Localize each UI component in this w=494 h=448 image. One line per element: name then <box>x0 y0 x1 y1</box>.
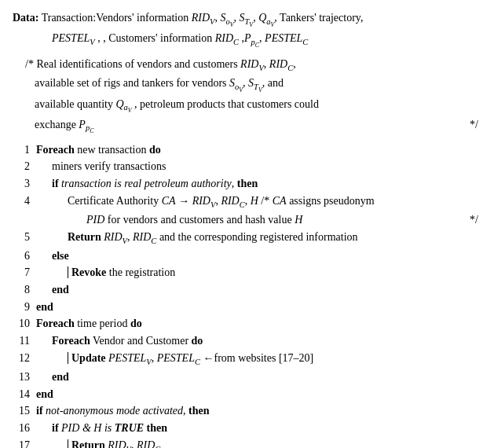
line-number: 17 <box>13 437 30 448</box>
line-number: 15 <box>13 402 30 420</box>
line-content: Foreach Vendor and Customer do <box>36 332 481 350</box>
line-content: end <box>36 369 481 386</box>
code-line-7: 7 Revoke the registration <box>13 264 481 281</box>
line-number: 2 <box>13 158 30 175</box>
comment-line2: available set of rigs and tankers for ve… <box>13 75 481 95</box>
code-line-5: 5 Return RIDV, RIDC and the correspondin… <box>13 229 481 248</box>
line-number: 13 <box>13 369 30 386</box>
line-content: Update PESTELV, PESTELC ←from websites [… <box>36 350 481 369</box>
line-number: 4 <box>13 193 30 210</box>
line-content: end <box>36 386 481 403</box>
line-content: Return RIDV, RIDC <box>36 437 481 448</box>
comment-line3: available quantity QaV , petroleum produ… <box>13 96 481 116</box>
line-content: Foreach new transaction do <box>36 141 481 159</box>
line-number: 16 <box>13 420 30 437</box>
line-number: 6 <box>13 248 30 265</box>
data-label: Data: <box>13 12 38 24</box>
code-line-14: 14 end <box>13 386 481 403</box>
code-line-15: 15 if not-anonymous mode activated, then <box>13 402 481 420</box>
line-content: else <box>36 248 481 265</box>
line-number: 8 <box>13 281 30 299</box>
line-content: if PID & H is TRUE then <box>36 420 481 437</box>
line-number: 12 <box>13 350 30 367</box>
line-number: 9 <box>13 299 30 316</box>
data-section: Data: Transaction:Vendors' information R… <box>13 9 481 50</box>
line-number: 11 <box>13 332 30 350</box>
line-content: if not-anonymous mode activated, then <box>36 402 481 420</box>
line-content: end <box>36 299 481 316</box>
code-line-11: 11 Foreach Vendor and Customer do <box>13 332 481 350</box>
line-content: Certificate Authority CA → RIDV, RIDC, H… <box>36 193 481 229</box>
code-line-9: 9 end <box>13 299 481 316</box>
line-number: 7 <box>13 264 30 281</box>
comment-block: /* Real identifications of vendors and c… <box>13 56 481 136</box>
code-line-4: 4 Certificate Authority CA → RIDV, RIDC,… <box>13 193 481 229</box>
line-number: 1 <box>13 141 30 159</box>
algorithm-container: Data: Transaction:Vendors' information R… <box>13 9 481 448</box>
code-line-2: 2 miners verify transactions <box>13 158 481 175</box>
code-line-6: 6 else <box>13 248 481 265</box>
code-body: 1 Foreach new transaction do 2 miners ve… <box>13 141 481 448</box>
line-content: if transaction is real petroleum authori… <box>36 175 481 193</box>
code-line-17: 17 Return RIDV, RIDC <box>13 437 481 448</box>
line-content: Return RIDV, RIDC and the corresponding … <box>36 229 481 248</box>
code-line-8: 8 end <box>13 281 481 299</box>
comment-line1: /* Real identifications of vendors and c… <box>13 56 481 75</box>
line-number: 3 <box>13 175 30 193</box>
line-content: end <box>36 281 481 299</box>
line-number: 14 <box>13 386 30 403</box>
line-number: 5 <box>13 229 30 246</box>
code-line-3: 3 if transaction is real petroleum autho… <box>13 175 481 193</box>
code-line-12: 12 Update PESTELV, PESTELC ←from website… <box>13 350 481 369</box>
data-content: Transaction:Vendors' information RIDV, S… <box>42 12 364 24</box>
line-content: Foreach time period do <box>36 315 481 332</box>
comment-line4: exchange PpC */ <box>13 116 481 137</box>
code-line-13: 13 end <box>13 369 481 386</box>
code-line-16: 16 if PID & H is TRUE then <box>13 420 481 437</box>
data-content2: PESTELV , , Customers' information RIDC … <box>13 32 308 44</box>
line-content: miners verify transactions <box>36 158 481 175</box>
line-number: 10 <box>13 315 30 332</box>
code-line-10: 10 Foreach time period do <box>13 315 481 332</box>
line-content: Revoke the registration <box>36 264 481 281</box>
code-line-1: 1 Foreach new transaction do <box>13 141 481 159</box>
